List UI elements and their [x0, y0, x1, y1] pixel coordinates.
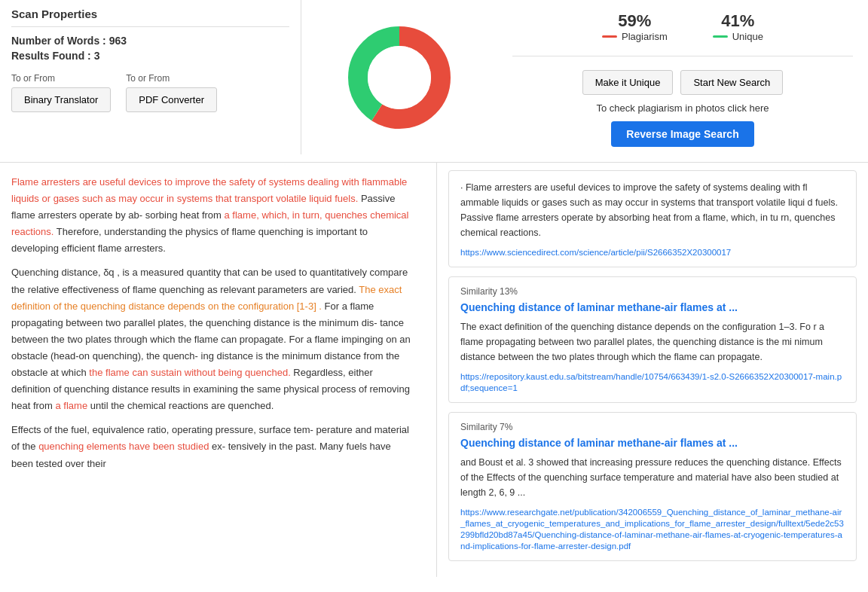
text-scroll-area[interactable]: Flame arresters are useful devices to im…	[0, 163, 436, 577]
word-count-value: 963	[109, 35, 127, 47]
result-url-3[interactable]: https://www.researchgate.net/publication…	[460, 508, 844, 551]
result-1-text: · Flame arresters are useful devices to …	[460, 180, 845, 240]
result-text-3: and Boust et al. 3 showed that increasin…	[460, 455, 845, 500]
binary-translator-button[interactable]: Binary Translator	[11, 87, 111, 112]
check-photos-text: To check plagiarism in photos click here	[596, 102, 769, 114]
scan-properties-panel: Scan Properties Number of Words : 963 Re…	[0, 0, 301, 154]
highlighted-text-5: quenching elements have been studied	[38, 441, 209, 452]
stats-panel: 59% Plagiarism 41% Unique Make it Unique…	[497, 0, 868, 154]
plagiarism-percent: 59%	[618, 11, 651, 31]
highlighted-text-3: that transport volatile liquid fuels.	[212, 193, 358, 204]
unique-legend: Unique	[713, 31, 763, 42]
donut-svg	[339, 17, 460, 138]
pdf-converter-button[interactable]: PDF Converter	[126, 87, 217, 112]
word-count: Number of Words : 963	[11, 35, 289, 47]
unique-percent: 41%	[721, 11, 754, 31]
highlighted-text-1: Flame arresters are useful devices to im…	[11, 176, 362, 188]
text-panel: Flame arresters are useful devices to im…	[0, 163, 437, 577]
binary-translator-group: To or From Binary Translator	[11, 73, 111, 112]
plagiarism-stat: 59% Plagiarism	[602, 11, 668, 42]
donut-chart	[339, 17, 460, 138]
highlighted-text-4: The exact definition of the quenching di…	[11, 284, 402, 312]
similarity-badge-2: Similarity 13%	[460, 286, 845, 297]
percent-row: 59% Plagiarism 41% Unique	[602, 11, 763, 42]
similarity-badge-3: Similarity 7%	[460, 422, 845, 432]
tools-row: To or From Binary Translator To or From …	[11, 73, 289, 112]
result-item-3: Similarity 7% Quenching distance of lami…	[448, 412, 857, 561]
pdf-converter-group: To or From PDF Converter	[126, 73, 217, 112]
scan-properties-title: Scan Properties	[11, 8, 289, 27]
to-or-from-label-2: To or From	[126, 73, 217, 84]
separator	[512, 56, 853, 56]
result-text-2: The exact definition of the quenching di…	[460, 319, 845, 365]
action-buttons: Make it Unique Start New Search	[582, 70, 784, 95]
result-title-2[interactable]: Quenching distance of laminar methane-ai…	[460, 301, 845, 313]
text-paragraph-1: Flame arresters are useful devices to im…	[11, 174, 414, 257]
make-unique-button[interactable]: Make it Unique	[582, 70, 674, 95]
plagiarism-label: Plagiarism	[622, 31, 668, 42]
word-count-label: Number of Words :	[11, 35, 106, 47]
results-panel[interactable]: · Flame arresters are useful devices to …	[437, 163, 868, 577]
text-paragraph-3: Effects of the fuel, equivalence ratio, …	[11, 422, 414, 471]
unique-legend-line	[713, 35, 728, 38]
result-url-2[interactable]: https://repository.kaust.edu.sa/bitstrea…	[460, 372, 842, 392]
result-1-url[interactable]: https://www.sciencedirect.com/science/ar…	[460, 248, 731, 257]
chart-panel	[301, 0, 497, 154]
results-found: Results Found : 3	[11, 50, 289, 62]
result-item-1: · Flame arresters are useful devices to …	[448, 170, 857, 267]
plagiarism-legend-line	[602, 35, 617, 38]
results-found-value: 3	[94, 50, 100, 62]
unique-stat: 41% Unique	[713, 11, 763, 42]
to-or-from-label-1: To or From	[11, 73, 111, 84]
unique-label: Unique	[732, 31, 763, 42]
donut-inner-circle	[368, 46, 431, 109]
result-item-2: Similarity 13% Quenching distance of lam…	[448, 276, 857, 403]
plagiarism-legend: Plagiarism	[602, 31, 668, 42]
start-new-search-button[interactable]: Start New Search	[680, 70, 783, 95]
main-content: Flame arresters are useful devices to im…	[0, 163, 868, 577]
result-title-3[interactable]: Quenching distance of laminar methane-ai…	[460, 437, 845, 449]
results-found-label: Results Found :	[11, 50, 91, 62]
text-paragraph-2: Quenching distance, δq , is a measured q…	[11, 264, 414, 414]
reverse-image-search-button[interactable]: Reverse Image Search	[611, 121, 753, 147]
